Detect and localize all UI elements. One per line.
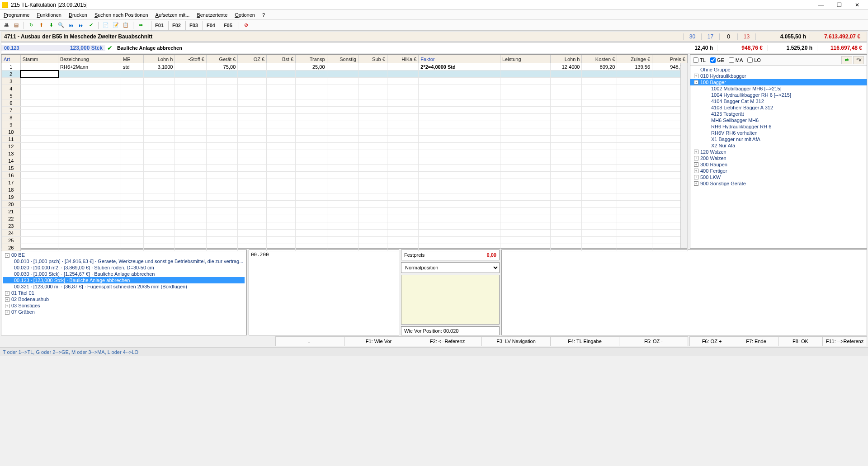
grid-cell[interactable] (387, 208, 418, 215)
grid-cell[interactable]: 2*2=4,0000 Std (419, 63, 500, 71)
grid-cell[interactable] (551, 71, 582, 78)
grid-cell[interactable] (617, 92, 652, 99)
grid-cell[interactable] (238, 179, 267, 186)
lv-node[interactable]: +02 Bodenaushub (3, 296, 245, 302)
grid-cell[interactable] (20, 237, 58, 244)
grid-cell[interactable] (175, 92, 206, 99)
tree-node[interactable]: +010 Hydraulikbagger (690, 73, 867, 79)
grid-cell[interactable]: 8 (2, 114, 21, 121)
grid-cell[interactable] (143, 143, 175, 150)
tree-node[interactable]: +120 Walzen (690, 149, 867, 155)
grid-cell[interactable] (617, 165, 652, 172)
grid-cell[interactable] (500, 71, 550, 78)
grid-cell[interactable] (358, 172, 387, 179)
grid-cell[interactable] (500, 237, 550, 244)
grid-cell[interactable] (296, 208, 327, 215)
grid-cell[interactable] (500, 179, 550, 186)
grid-cell[interactable] (175, 172, 206, 179)
grid-cell[interactable] (387, 85, 418, 92)
grid-cell[interactable]: 12 (2, 143, 21, 150)
grid-cell[interactable]: 22 (2, 215, 21, 222)
grid-cell[interactable] (121, 107, 143, 114)
grid-cell[interactable] (121, 114, 143, 121)
grid-cell[interactable] (296, 71, 327, 78)
grid-cell[interactable] (58, 143, 121, 150)
tree-node[interactable]: RH6V RH6 vorhalten (690, 130, 867, 136)
grid-cell[interactable] (358, 85, 387, 92)
grid-cell[interactable] (267, 114, 296, 121)
grid-cell[interactable] (582, 179, 617, 186)
grid-cell[interactable]: 4 (2, 85, 21, 92)
grid-cell[interactable] (296, 222, 327, 230)
grid-cell[interactable] (327, 172, 358, 179)
grid-cell[interactable] (175, 244, 206, 251)
grid-cell[interactable] (121, 157, 143, 165)
grid-cell[interactable] (267, 157, 296, 165)
grid-cell[interactable] (20, 85, 58, 92)
menu-suchen[interactable]: Suchen nach Positionen (94, 12, 148, 18)
doc3-icon[interactable]: 📋 (121, 21, 130, 30)
notes-area[interactable] (401, 275, 500, 325)
grid-cell[interactable] (327, 193, 358, 201)
col-header[interactable]: •Stoff € (175, 55, 206, 63)
grid-cell[interactable] (582, 157, 617, 165)
grid-cell[interactable] (327, 215, 358, 222)
up-arrow-icon[interactable]: ⬆ (37, 21, 46, 30)
grid-cell[interactable] (582, 208, 617, 215)
grid-cell[interactable] (143, 244, 175, 251)
grid-cell[interactable] (20, 165, 58, 172)
grid-cell[interactable] (327, 244, 358, 251)
grid-cell[interactable] (58, 222, 121, 230)
grid-cell[interactable]: 15 (2, 165, 21, 172)
grid-cell[interactable] (238, 201, 267, 208)
grid-cell[interactable] (121, 222, 143, 230)
grid-cell[interactable] (419, 114, 500, 121)
grid-cell[interactable] (238, 230, 267, 237)
grid-cell[interactable] (327, 114, 358, 121)
grid-cell[interactable] (500, 186, 550, 193)
filter-lo[interactable]: LO (747, 57, 761, 63)
col-header[interactable]: Faktor (419, 55, 500, 63)
grid-cell[interactable] (121, 92, 143, 99)
grid-cell[interactable] (327, 85, 358, 92)
grid-cell[interactable] (358, 136, 387, 143)
print-icon[interactable]: 🖶 (2, 21, 11, 30)
grid-cell[interactable] (143, 172, 175, 179)
grid-cell[interactable] (175, 114, 206, 121)
grid-cell[interactable] (121, 201, 143, 208)
grid-cell[interactable] (500, 85, 550, 92)
grid-cell[interactable] (206, 165, 237, 172)
grid-cell[interactable] (327, 186, 358, 193)
grid-cell[interactable] (617, 193, 652, 201)
grid-cell[interactable]: 10 (2, 128, 21, 136)
grid-cell[interactable] (582, 150, 617, 157)
grid-cell[interactable] (358, 165, 387, 172)
grid-cell[interactable] (551, 157, 582, 165)
tree-node[interactable]: 1002 Mobilbagger MH6 [-->215] (690, 85, 867, 92)
grid-cell[interactable]: 809,20 (582, 63, 617, 71)
grid-cell[interactable] (143, 179, 175, 186)
tree-node[interactable]: 4108 Liebherr Bagger A 312 (690, 104, 867, 111)
grid-cell[interactable] (387, 179, 418, 186)
calculation-grid[interactable]: ArtStammBezeichnungMELohn h•Stoff €Gerät… (1, 54, 688, 249)
grid-cell[interactable]: 25,00 (296, 63, 327, 71)
grid-cell[interactable] (238, 150, 267, 157)
grid-cell[interactable] (121, 136, 143, 143)
grid-cell[interactable] (20, 63, 58, 71)
grid-cell[interactable] (296, 179, 327, 186)
grid-cell[interactable] (419, 208, 500, 215)
grid-cell[interactable] (58, 136, 121, 143)
menu-benutzertexte[interactable]: Benutzertexte (197, 12, 227, 18)
code-panel[interactable]: 00.200 (249, 249, 399, 335)
grid-cell[interactable] (58, 244, 121, 251)
grid-cell[interactable] (20, 244, 58, 251)
grid-cell[interactable] (121, 179, 143, 186)
grid-cell[interactable] (419, 230, 500, 237)
menu-funktionen[interactable]: Funktionen (37, 12, 61, 18)
grid-cell[interactable] (617, 71, 652, 78)
col-header[interactable]: OZ € (238, 55, 267, 63)
grid-cell[interactable] (617, 244, 652, 251)
grid-cell[interactable] (327, 71, 358, 78)
grid-cell[interactable] (551, 136, 582, 143)
grid-cell[interactable] (20, 99, 58, 107)
